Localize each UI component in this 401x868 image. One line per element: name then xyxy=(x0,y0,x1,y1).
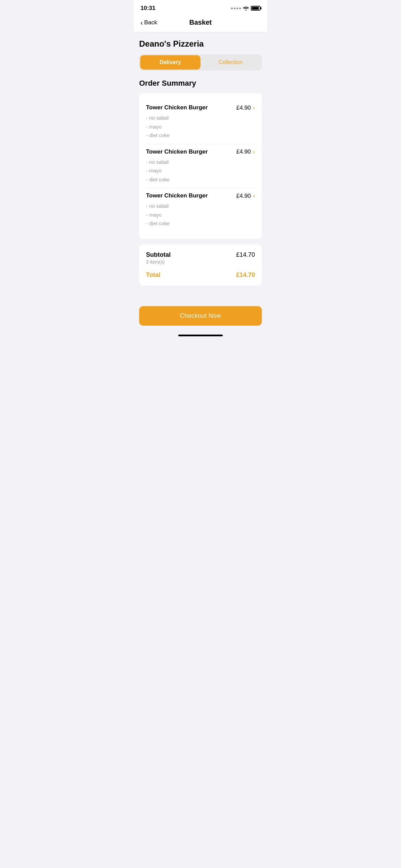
page-header: ‹ Back Basket xyxy=(134,14,267,32)
checkout-section: Checkout Now xyxy=(134,301,267,331)
collection-button[interactable]: Collection xyxy=(200,55,261,70)
total-label: Total xyxy=(146,272,160,279)
item-price-row: £4.90 ‹ xyxy=(236,192,255,200)
order-item: Tower Chicken Burger £4.90 ‹ - no salad … xyxy=(146,100,255,144)
back-button[interactable]: ‹ Back xyxy=(141,19,157,26)
option-line: - mayo xyxy=(146,166,255,175)
price-summary-card: Subtotal 3 item(s) £14.70 Total £14.70 xyxy=(139,244,262,286)
item-price: £4.90 xyxy=(236,193,251,200)
home-indicator xyxy=(134,331,267,339)
option-line: - diet coke xyxy=(146,219,255,228)
option-line: - diet coke xyxy=(146,175,255,184)
item-options: - no salad - mayo - diet coke xyxy=(146,202,255,228)
subtotal-info: Subtotal 3 item(s) xyxy=(146,251,171,265)
option-line: - diet coke xyxy=(146,131,255,140)
checkout-button[interactable]: Checkout Now xyxy=(139,306,262,326)
signal-icon xyxy=(231,8,241,9)
total-value: £14.70 xyxy=(236,272,255,279)
back-chevron-icon: ‹ xyxy=(141,19,143,26)
option-line: - no salad xyxy=(146,113,255,122)
order-items-card: Tower Chicken Burger £4.90 ‹ - no salad … xyxy=(139,93,262,239)
edit-icon[interactable]: ‹ xyxy=(253,192,255,200)
item-options: - no salad - mayo - diet coke xyxy=(146,158,255,184)
item-options: - no salad - mayo - diet coke xyxy=(146,113,255,140)
item-name: Tower Chicken Burger xyxy=(146,104,208,111)
order-item: Tower Chicken Burger £4.90 ‹ - no salad … xyxy=(146,144,255,189)
back-label: Back xyxy=(144,19,157,26)
status-icons xyxy=(231,6,260,11)
subtotal-value: £14.70 xyxy=(236,251,255,258)
item-price: £4.90 xyxy=(236,105,251,111)
status-time: 10:31 xyxy=(141,5,155,12)
subtotal-row: Subtotal 3 item(s) £14.70 xyxy=(146,251,255,265)
item-price-row: £4.90 ‹ xyxy=(236,104,255,111)
edit-icon[interactable]: ‹ xyxy=(253,104,255,111)
total-row: Total £14.70 xyxy=(146,270,255,279)
edit-icon[interactable]: ‹ xyxy=(253,148,255,156)
item-price-row: £4.90 ‹ xyxy=(236,148,255,156)
battery-icon xyxy=(251,6,260,11)
option-line: - no salad xyxy=(146,202,255,210)
option-line: - mayo xyxy=(146,210,255,219)
item-price: £4.90 xyxy=(236,148,251,155)
order-type-toggle: Delivery Collection xyxy=(139,54,262,71)
option-line: - no salad xyxy=(146,158,255,167)
order-summary-title: Order Summary xyxy=(139,79,262,88)
order-item: Tower Chicken Burger £4.90 ‹ - no salad … xyxy=(146,188,255,232)
page-title: Basket xyxy=(189,19,212,26)
delivery-button[interactable]: Delivery xyxy=(140,55,200,70)
subtotal-label: Subtotal xyxy=(146,251,171,258)
wifi-icon xyxy=(243,6,249,11)
subtotal-items: 3 item(s) xyxy=(146,259,171,265)
main-content: Deano's Pizzeria Delivery Collection Ord… xyxy=(134,32,267,301)
option-line: - mayo xyxy=(146,122,255,131)
item-name: Tower Chicken Burger xyxy=(146,148,208,155)
restaurant-name: Deano's Pizzeria xyxy=(139,39,262,49)
home-bar xyxy=(178,335,223,336)
status-bar: 10:31 xyxy=(134,0,267,14)
item-name: Tower Chicken Burger xyxy=(146,192,208,199)
